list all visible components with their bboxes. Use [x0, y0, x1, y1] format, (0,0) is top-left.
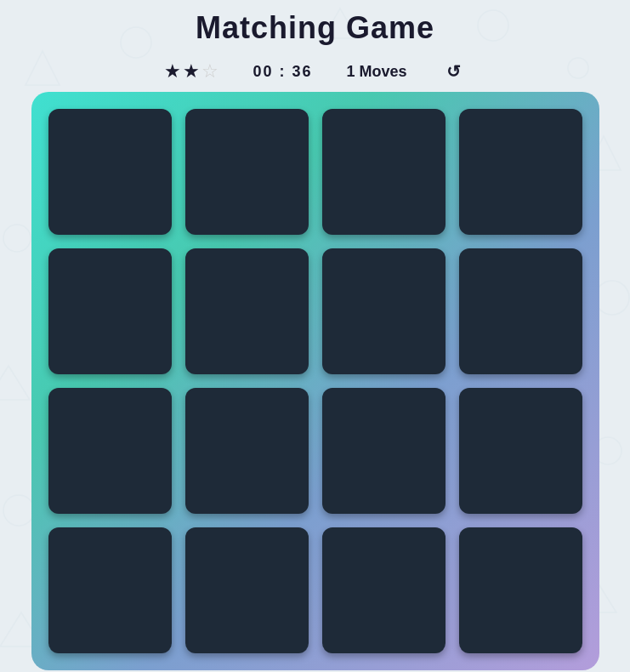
timer-display: 00 : 36	[253, 63, 312, 81]
card-8[interactable]	[459, 248, 582, 374]
card-2[interactable]	[185, 109, 309, 235]
card-7[interactable]	[322, 248, 446, 374]
reset-button[interactable]: ↺	[441, 60, 466, 83]
svg-point-11	[3, 495, 34, 526]
svg-point-6	[595, 281, 629, 315]
card-11[interactable]	[322, 388, 446, 514]
card-15[interactable]	[322, 527, 446, 653]
card-10[interactable]	[185, 388, 309, 514]
card-14[interactable]	[185, 527, 309, 653]
game-title: Matching Game	[0, 10, 630, 46]
star-3: ☆	[201, 60, 219, 83]
stats-bar: ★ ★ ☆ 00 : 36 1 Moves ↺	[0, 53, 630, 92]
card-9[interactable]	[48, 388, 172, 514]
card-13[interactable]	[48, 527, 172, 653]
card-4[interactable]	[459, 109, 582, 235]
card-1[interactable]	[48, 109, 172, 235]
card-5[interactable]	[48, 248, 172, 374]
card-16[interactable]	[459, 527, 582, 653]
stars-container: ★ ★ ☆	[164, 60, 219, 83]
star-2: ★	[183, 60, 200, 83]
card-6[interactable]	[185, 248, 309, 374]
star-1: ★	[164, 60, 181, 83]
svg-marker-10	[0, 366, 30, 400]
game-board	[31, 92, 599, 670]
card-grid	[48, 109, 582, 653]
moves-display: 1 Moves	[347, 63, 407, 81]
card-3[interactable]	[322, 109, 446, 235]
svg-point-9	[3, 225, 31, 252]
card-12[interactable]	[459, 388, 582, 514]
